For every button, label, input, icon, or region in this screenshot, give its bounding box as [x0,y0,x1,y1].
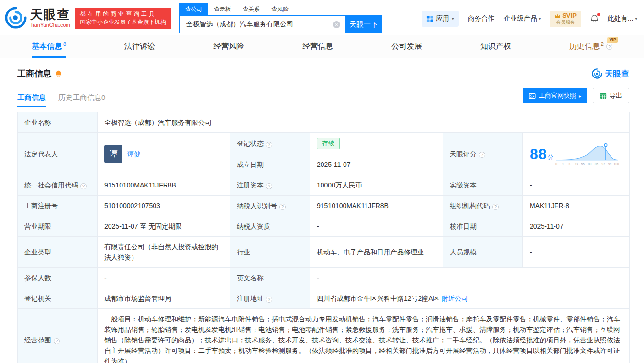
clear-search-icon[interactable]: ✕ [333,21,340,28]
export-button[interactable]: 导出 [593,88,629,103]
svg-text:99: 99 [608,162,612,165]
tianyancha-logo[interactable]: 天眼查 TianYanCha.com [5,7,70,29]
tab-count-badge: 2 [601,41,604,47]
help-icon[interactable]: ? [479,152,485,158]
svg-text:0: 0 [555,162,557,165]
table-row: 法定代表人谭谭健登记状态?存续天眼评分?88分01315558085979910… [18,133,630,154]
field-label: 人员规模 [443,237,523,268]
subtab-business-info[interactable]: 工商信息 [17,93,46,107]
tianyancha-logo-icon [5,7,27,29]
logo-subtitle: TianYanCha.com [30,22,70,28]
field-value: - [523,237,630,268]
nav-tab-operating-info[interactable]: 经营信息 [302,35,333,58]
help-icon[interactable]: ? [266,183,272,189]
field-value: 全极智选（成都）汽车服务有限公司 [98,112,630,133]
subscribe-bell-icon[interactable] [55,70,62,77]
field-value-status: 存续 [310,133,443,154]
nav-tab-label: 法律诉讼 [124,42,155,52]
watermark-text: 天眼查 [605,68,629,79]
field-value: 有限责任公司（非自然人投资或控股的法人独资） [98,237,230,268]
apps-menu[interactable]: 应用 ▾ [422,11,459,27]
field-label: 参保人数 [18,268,98,288]
nav-tab-history-info[interactable]: 历史信息2?VIP [569,35,612,58]
user-menu[interactable]: 此处有... ▾ [608,14,637,23]
slogan-line2: 国家中小企业发展子基金旗下机构 [80,18,166,26]
main-content: 工商信息 天眼查 工商信息历史工商信息0 [0,58,644,363]
svg-text:1: 1 [562,162,564,165]
business-cooperation-link[interactable]: 商务合作 [468,14,495,23]
nav-tab-label: 知识产权 [480,42,511,52]
svg-text:85: 85 [594,162,598,165]
search-tab-boss[interactable]: 查老板 [208,3,237,15]
help-icon[interactable]: ? [279,204,286,210]
help-icon[interactable]: ? [266,142,272,148]
notifications-bell[interactable] [590,14,599,23]
field-label: 纳税人资质 [230,216,310,237]
header-menu: 应用 ▾ 商务合作 企业级产品 ▾ SVIP 会员服务 此处有... [422,11,637,27]
field-label: 注册地址? [230,288,310,309]
table-row: 营业期限2025-11-07 至 无固定期限纳税人资质-核准日期2025-11-… [18,216,630,237]
tab-count-badge: 8 [63,41,66,47]
legal-rep-avatar[interactable]: 谭 [104,145,122,163]
registration-status-badge: 存续 [317,138,340,149]
table-row: 企业类型有限责任公司（非自然人投资或控股的法人独资）行业机动车、电子产品和日用产… [18,237,630,268]
svg-text:15: 15 [575,162,578,165]
nearby-companies-link[interactable]: 附近公司 [442,295,468,302]
svg-text:97: 97 [601,162,605,165]
help-icon[interactable]: ? [54,338,60,344]
vip-badge: VIP [607,37,618,43]
field-label: 纳税人识别号? [230,196,310,216]
nav-tab-basic-info[interactable]: 基本信息8 [32,35,66,58]
table-row: 参保人数-英文名称- [18,268,630,288]
field-label: 成立日期 [230,154,310,175]
legal-rep-link[interactable]: 谭健 [127,149,141,159]
tyc-score[interactable]: 88分013155580859799100 [530,141,622,167]
help-icon[interactable]: ? [266,297,272,303]
svip-member-button[interactable]: SVIP 会员服务 [550,11,581,27]
svg-text:80: 80 [588,162,592,165]
svg-text:100: 100 [613,162,618,165]
subtab-history-business-info[interactable]: 历史工商信息0 [58,93,105,107]
nav-tab-operating-risk[interactable]: 经营风险 [213,35,244,58]
svip-sublabel: 会员服务 [555,20,577,26]
chevron-down-icon: ▾ [539,16,541,21]
field-label: 天眼评分? [443,133,523,175]
search-tab-company[interactable]: 查公司 [179,3,208,15]
field-value: - [310,268,630,288]
field-value: - [98,268,230,288]
help-icon[interactable]: ? [606,44,612,50]
nav-tab-company-development[interactable]: 公司发展 [391,35,422,58]
field-label: 企业类型 [18,237,98,268]
nav-tab-label: 基本信息 [32,42,62,52]
search-button[interactable]: 天眼一下 [345,15,382,33]
table-row: 工商注册号510100002107503纳税人识别号?91510100MAK11… [18,196,630,216]
enterprise-products-menu[interactable]: 企业级产品 ▾ [504,14,541,23]
field-value: 2025-11-07 [310,154,443,175]
tyc-score-value: 88 [530,146,547,162]
field-value-legal_rep: 谭谭健 [98,133,230,175]
field-value-score: 88分013155580859799100 [523,133,630,175]
field-label: 实缴资本 [443,175,523,196]
svg-text:55: 55 [581,162,585,165]
table-row: 经营范围?一般项目：机动车修理和维护；新能源汽车电附件销售；插电式混合动力专用发… [18,309,630,363]
score-distribution-chart: 013155580859799100 [555,141,619,167]
user-label: 此处有... [608,14,633,23]
search-input[interactable] [179,15,345,33]
help-icon[interactable]: ? [80,183,87,189]
field-label: 注册资本? [230,175,310,196]
official-snapshot-button[interactable]: 工商官网快照 ▸ [523,88,587,103]
field-label: 行业 [230,237,310,268]
chevron-down-icon: ▾ [452,16,454,21]
field-label: 登记机关 [18,288,98,309]
search-tab-risk[interactable]: 查风险 [266,3,294,15]
search-tab-relation[interactable]: 查关系 [237,3,266,15]
nav-tab-lawsuits[interactable]: 法律诉讼 [124,35,155,58]
nav-tab-label: 经营风险 [213,42,244,52]
field-label: 企业名称 [18,112,98,133]
tianyancha-logo-icon [592,68,602,79]
nav-tab-intellectual-property[interactable]: 知识产权 [480,35,511,58]
field-value: 10000万人民币 [310,175,443,196]
svg-text:3: 3 [568,162,570,165]
search-area: 查公司查老板查关系查风险 ✕ 天眼一下 [179,4,382,33]
help-icon[interactable]: ? [492,204,499,210]
